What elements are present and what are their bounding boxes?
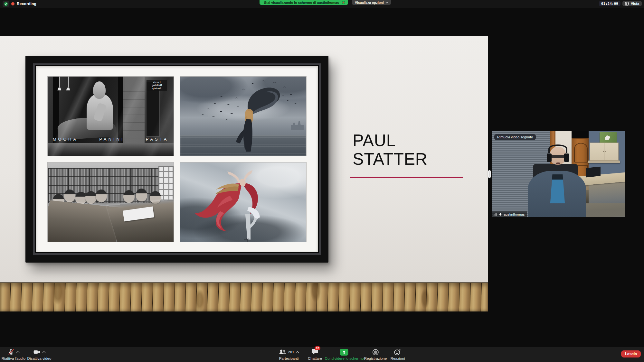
slide-title: PAUL STATTER (353, 131, 475, 168)
cafe-sign-text: Leeds Building Society (147, 80, 167, 91)
chat-label: Chattare (308, 357, 322, 360)
child-figure (85, 191, 97, 204)
slide-title-line2: STATTER (353, 150, 475, 168)
panel-resize-handle[interactable] (488, 170, 491, 178)
shared-screen: Leeds Building Society MOCHA PANINI PAST… (0, 36, 488, 311)
wooden-desk (106, 200, 174, 242)
chat-unread-badge: 67 (315, 346, 320, 350)
unmute-button[interactable]: Riattiva l'audio (2, 348, 25, 360)
chevron-up-icon[interactable] (296, 351, 299, 353)
unpin-video-tooltip: Rimuovi video segnato (494, 134, 536, 140)
dancer-art (180, 162, 306, 242)
photo-street-cafe: Leeds Building Society MOCHA PANINI PAST… (48, 77, 174, 156)
record-icon (372, 349, 379, 356)
frame-bevel: Leeds Building Society MOCHA PANINI PAST… (33, 63, 321, 255)
topbar-right-group: 01:24:09 Vista (599, 1, 642, 6)
wall-picture (600, 132, 617, 143)
record-button[interactable]: Registrazione (364, 348, 387, 360)
participant-nameplate: austinthomas (492, 211, 527, 217)
muted-mic-icon (8, 348, 15, 356)
child-figure (123, 190, 135, 203)
participants-label: Partecipanti (279, 357, 299, 360)
zoom-meeting-window: Recording Stai visualizzando lo schermo … (0, 0, 644, 362)
headset-earcup (564, 153, 569, 162)
frame-mat: Leeds Building Society MOCHA PANINI PAST… (36, 66, 318, 252)
picture-frame: Leeds Building Society MOCHA PANINI PAST… (25, 56, 328, 263)
share-screen-label: Condividere lo schermo (325, 357, 364, 360)
participants-button[interactable]: 201 Partecipanti (279, 348, 299, 360)
wall-shelf (588, 161, 620, 163)
pin-icon (499, 213, 502, 216)
layout-view-icon (625, 2, 629, 5)
chevron-up-icon[interactable] (16, 351, 20, 353)
participants-count: 201 (288, 350, 294, 354)
photo-red-dancer (180, 162, 306, 242)
view-options-button[interactable]: Visualizza opzioni (352, 0, 391, 5)
reactions-smiley-icon (394, 349, 401, 356)
laptop (586, 167, 601, 178)
desk-front (585, 179, 625, 217)
swirl-figure-art (180, 77, 306, 156)
share-screen-icon (340, 349, 348, 356)
child-figure (136, 189, 147, 201)
screen-share-banner-text: Stai visualizzando lo schermo di austint… (264, 1, 339, 5)
wall-cabinet (590, 143, 619, 161)
meeting-stage: Leeds Building Society MOCHA PANINI PAST… (0, 8, 644, 347)
view-layout-button[interactable]: Vista (622, 1, 642, 6)
meeting-topbar: Recording Stai visualizzando lo schermo … (0, 0, 644, 8)
child-figure (75, 192, 87, 204)
stop-video-label: Disattiva video (27, 357, 52, 360)
cafe-window-lettering: MOCHA PANINI PASTA (53, 137, 169, 142)
wooden-floor (0, 282, 488, 311)
screen-share-banner: Stai visualizzando lo schermo di austint… (260, 0, 348, 5)
record-label: Registrazione (364, 357, 387, 360)
recording-indicator: Recording (3, 1, 36, 7)
mouth (556, 162, 560, 164)
participants-icon (279, 349, 286, 355)
security-shield-icon[interactable] (3, 1, 9, 7)
slide-title-accent-rule (350, 177, 463, 178)
photo-classroom (48, 162, 174, 242)
participant-video-tile[interactable]: Rimuovi video segnato austinthomas (492, 131, 625, 217)
glasses (552, 155, 564, 158)
view-options-label: Visualizza opzioni (355, 1, 384, 5)
unmute-label: Riattiva l'audio (2, 357, 25, 360)
participant-name: austinthomas (504, 212, 525, 216)
stop-video-button[interactable]: Disattiva video (27, 348, 52, 360)
chat-button[interactable]: 67 Chattare (308, 348, 322, 360)
chevron-down-icon (385, 2, 388, 4)
meeting-timer: 01:24:09 (599, 1, 620, 6)
recording-red-dot-icon (11, 2, 14, 5)
headset-earcup (547, 153, 552, 162)
child-figure (64, 190, 75, 202)
photo-bird-swirl (180, 77, 306, 156)
child-figure (96, 190, 107, 202)
meeting-toolbar: Riattiva l'audio Disattiva video 201 Par… (0, 347, 644, 362)
leave-button[interactable]: Lascia (621, 350, 641, 357)
video-camera-icon (33, 348, 41, 356)
signal-bars-icon (494, 213, 497, 216)
slide-title-line1: PAUL (353, 131, 475, 150)
share-recording-dot-icon (342, 1, 345, 4)
reactions-button[interactable]: Reazioni (391, 348, 405, 360)
view-layout-label: Vista (631, 2, 639, 5)
recording-label: Recording (17, 2, 36, 6)
photo-grid: Leeds Building Society MOCHA PANINI PAST… (48, 77, 306, 242)
headset-band (548, 144, 568, 153)
reactions-label: Reazioni (391, 357, 405, 360)
share-screen-button[interactable]: Condividere lo schermo (325, 348, 364, 360)
chevron-up-icon[interactable] (42, 351, 45, 353)
participant-shirt (550, 174, 565, 204)
